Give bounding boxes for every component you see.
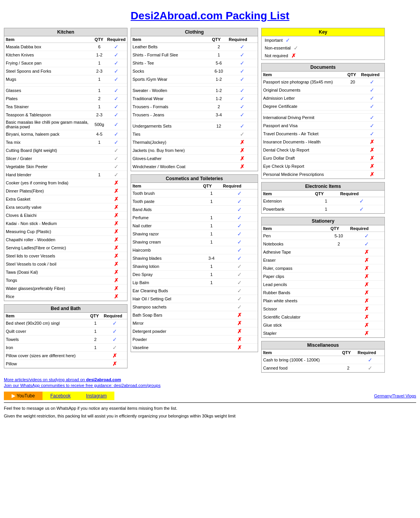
- table-row: Shaving blades 3-4 ✓: [131, 254, 258, 262]
- req-cell: ✓: [102, 319, 127, 327]
- check-blue-icon: ✓: [240, 112, 245, 118]
- qty-cell: 1: [313, 197, 338, 205]
- req-cell: ✓: [102, 336, 127, 344]
- req-cell: ✓: [105, 155, 127, 163]
- req-cell: ✗: [221, 311, 258, 319]
- table-row: Glue stick ✗: [262, 321, 384, 329]
- table-row: Vaseline ✗: [131, 344, 258, 352]
- instagram-label: Instagram: [86, 393, 107, 399]
- cross-red-icon: ✗: [364, 273, 369, 279]
- cosmetics-section: Cosmetics and Toileteries Item QTY Requi…: [131, 174, 258, 352]
- item-cell: Powder: [131, 336, 202, 344]
- cross-red-icon: ✗: [364, 306, 369, 312]
- cross-red-icon: ✗: [364, 249, 369, 255]
- table-row: Shaving cream 1 ✓: [131, 238, 258, 246]
- check-blue-icon: ✓: [114, 95, 119, 102]
- qty-cell: [93, 293, 105, 301]
- qty-cell: 2-3: [93, 67, 105, 75]
- cross-red-icon: ✗: [364, 330, 369, 336]
- cross-red-icon: ✗: [112, 353, 117, 359]
- req-cell: ✓: [227, 67, 258, 75]
- cross-red-icon: ✗: [291, 53, 296, 59]
- footer-link1[interactable]: More articles/videos on studying abroad …: [4, 377, 416, 382]
- qty-cell: 1: [210, 51, 227, 59]
- req-cell: ✗: [102, 352, 127, 360]
- req-cell: ✗: [349, 321, 384, 329]
- key-row: Not required✗: [262, 52, 384, 60]
- social-bar: ▶ YouTube Facebook Instagram Germany/Tra…: [4, 392, 416, 400]
- req-cell: ✗: [227, 138, 258, 147]
- req-cell: ✓: [105, 87, 127, 95]
- req-cell: ✓: [360, 78, 384, 86]
- facebook-button[interactable]: Facebook: [43, 392, 78, 400]
- item-cell: Tawa (Doasi Kal): [4, 268, 93, 276]
- instagram-button[interactable]: Instagram: [78, 392, 114, 400]
- req-cell: ✗: [227, 163, 258, 171]
- youtube-label: YouTube: [17, 393, 35, 399]
- item-cell: Cloves & Elaichi: [4, 211, 93, 220]
- req-cell: ✓: [221, 230, 258, 238]
- item-cell: Shirts - Tee: [131, 59, 210, 67]
- clothing-col-qty: QTY: [210, 36, 227, 43]
- youtube-button[interactable]: ▶ YouTube: [4, 392, 43, 400]
- qty-cell: [202, 336, 222, 344]
- item-cell: Mugs: [4, 75, 93, 83]
- qty-cell: [93, 252, 105, 260]
- req-cell: ✓: [105, 95, 127, 103]
- table-row: Plain white sheets ✗: [262, 297, 384, 305]
- table-row: Personal Medicine Prescriptions ✗: [262, 170, 384, 179]
- item-cell: Lead pencils: [262, 281, 329, 289]
- check-blue-icon: ✓: [364, 241, 369, 247]
- check-blue-icon: ✓: [240, 123, 245, 129]
- table-row: Lip Balm 1 ✓: [131, 279, 258, 287]
- item-cell: Water glasses(preferably Fibre): [4, 285, 93, 293]
- table-row: Biryani, korma, haleem pack 4-5 ✓: [4, 130, 127, 138]
- req-cell: ✗: [105, 179, 127, 187]
- check-blue-icon: ✓: [237, 198, 242, 204]
- table-row: Ruler, compass ✗: [262, 264, 384, 273]
- item-cell: Dental Check Up Report: [262, 146, 346, 154]
- electronics-header: Electronic Items: [262, 182, 384, 191]
- item-cell: Perfume: [131, 214, 202, 222]
- table-row: Shirts - Formal Full Slee 1 ✓: [131, 51, 258, 59]
- cross-red-icon: ✗: [370, 163, 374, 169]
- clothing-col-req: Required: [227, 36, 258, 43]
- footer-link2[interactable]: Join our WhatsApp communities to receive…: [4, 383, 416, 388]
- qty-cell: 1-2: [210, 87, 227, 95]
- check-blue-icon: ✓: [114, 139, 119, 145]
- item-cell: Windcheater / Woollen Coat: [131, 163, 210, 171]
- qty-cell: 3-4: [202, 254, 222, 262]
- table-row: Passport and Visa ✓: [262, 122, 384, 130]
- item-cell: Cutting Board (light weight): [4, 147, 93, 155]
- req-cell: ✗: [221, 344, 258, 352]
- check-blue-icon: ✓: [237, 223, 242, 229]
- kitchen-col-item: Item: [4, 36, 93, 43]
- qty-cell: [93, 179, 105, 187]
- table-row: Extension 1 ✓: [262, 197, 384, 205]
- item-cell: Teaspoon & Tablespoon: [4, 111, 93, 119]
- item-cell: Shaving cream: [131, 238, 202, 246]
- table-row: Tooth brush 1 ✓: [131, 189, 258, 198]
- table-row: Insurance Documents - Health ✗: [262, 138, 384, 146]
- item-cell: Scientific Calculator: [262, 313, 329, 321]
- qty-cell: [346, 162, 359, 170]
- req-cell: ✗: [349, 313, 384, 321]
- check-blue-icon: ✓: [114, 60, 119, 66]
- qty-cell: [346, 138, 359, 146]
- qty-cell: [93, 187, 105, 195]
- qty-cell: 1: [93, 59, 105, 67]
- qty-cell: 2: [88, 336, 102, 344]
- check-blue-icon: ✓: [114, 68, 119, 74]
- req-cell: ✓: [105, 147, 127, 155]
- req-cell: ✓: [227, 59, 258, 67]
- travel-link[interactable]: Germany/Travel Vlogs: [374, 392, 416, 400]
- item-cell: Ruler, compass: [262, 264, 329, 273]
- qty-cell: [340, 356, 356, 364]
- req-cell: ✓: [349, 240, 384, 248]
- item-cell: Serving Ladles(Fibre or Cermic): [4, 244, 93, 252]
- qty-cell: 500g: [93, 119, 105, 130]
- item-cell: Eye Check Up Report: [262, 162, 346, 170]
- table-row: Traditional Wear 1-2 ✓: [131, 95, 258, 103]
- table-row: Hair Oil / Setting Gel ✓: [131, 295, 258, 303]
- req-cell: ✓: [105, 119, 127, 130]
